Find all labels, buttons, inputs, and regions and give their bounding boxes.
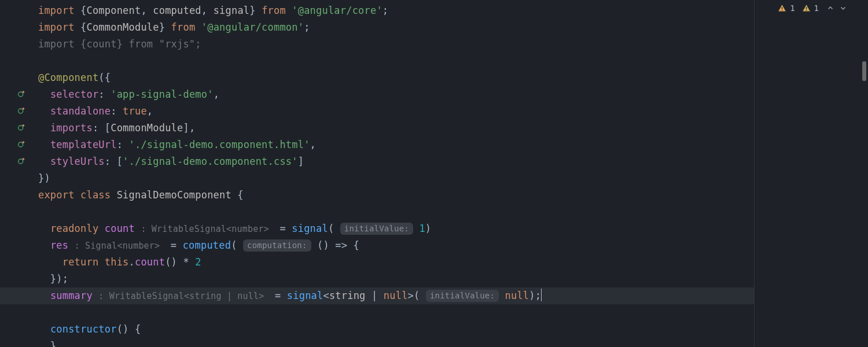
inline-hint: computation: [243,239,311,252]
token: ); [529,290,541,301]
token: import [38,21,80,33]
token: import [38,5,80,16]
svg-rect-8 [806,10,806,10]
code-line[interactable] [38,53,542,69]
token: true [123,105,147,117]
token: return [62,256,105,268]
token: , [214,88,219,100]
token: { [80,5,86,16]
code-line[interactable] [38,304,542,321]
code-line[interactable]: }); [38,271,542,287]
token: CommonModule [111,122,183,134]
svg-rect-6 [782,10,782,10]
token: = [279,223,292,234]
code-line[interactable]: styleUrls: ['./signal-demo.component.css… [38,153,542,170]
token: >( [408,290,426,301]
token [38,223,50,234]
token: : Signal<number> [75,241,171,251]
usage-indicator-icon[interactable] [15,105,28,117]
token: ], [183,122,195,134]
token: styleUrls [50,156,105,167]
token: , [147,105,153,117]
token: ( [231,239,243,251]
code-line[interactable]: import {CommonModule} from '@angular/com… [38,19,542,36]
token: = [275,290,287,301]
usage-indicator-icon[interactable] [15,139,28,150]
token: , [310,139,316,150]
token: : WritableSignal<string | null> [98,291,275,301]
code-line[interactable]: templateUrl: './signal-demo.component.ht… [38,136,542,153]
code-line[interactable]: constructor() { [38,321,542,338]
token: : [117,139,129,150]
token: { [80,21,86,33]
token: constructor [50,323,117,335]
token: computed [183,239,231,251]
code-line[interactable]: readonly count : WritableSignal<number> … [38,220,542,237]
token: CommonModule [86,21,159,33]
code-line[interactable] [38,204,542,220]
svg-rect-7 [806,7,806,9]
token [38,323,50,335]
token [38,290,50,301]
token: './signal-demo.component.css' [123,156,298,167]
code-line[interactable]: } [38,338,542,347]
code-line[interactable]: import {Component, computed, signal} fro… [38,2,542,19]
token: () * [165,256,195,268]
svg-point-4 [19,159,23,164]
svg-point-3 [19,142,23,147]
token [38,122,50,134]
code-line[interactable]: imports: [CommonModule], [38,120,542,136]
previous-highlight-icon[interactable] [826,3,835,13]
token: string [329,290,366,301]
token: null [384,290,408,301]
code-line[interactable]: selector: 'app-signal-demo', [38,86,542,103]
token: import {count} from "rxjs"; [38,38,201,50]
code-content[interactable]: import {Component, computed, signal} fro… [38,2,542,347]
code-line[interactable]: summary : WritableSignal<string | null> … [38,287,542,304]
usage-indicator-icon[interactable] [15,122,28,134]
token: this [105,256,129,268]
token: templateUrl [50,139,117,150]
warning-count-1: 1 [790,3,795,13]
code-line[interactable]: }) [38,170,542,187]
inspection-summary[interactable]: 1 1 [778,3,848,13]
warning-triangle-icon [778,4,786,13]
scrollbar-thumb[interactable] [862,61,866,81]
token: 2 [195,256,201,268]
usage-indicator-icon[interactable] [15,88,28,100]
token: computed [153,5,201,16]
code-line[interactable]: standalone: true, [38,103,542,120]
next-highlight-icon[interactable] [838,3,848,13]
token: readonly [50,223,105,234]
token [38,156,50,167]
token: () => { [311,239,359,251]
code-line[interactable]: @Component({ [38,69,542,86]
code-editor[interactable]: import {Component, computed, signal} fro… [0,0,755,347]
token: () { [117,323,141,335]
token: ] [298,156,304,167]
token: 'app-signal-demo' [111,88,213,100]
svg-rect-5 [782,7,782,9]
usage-indicator-icon[interactable] [15,156,28,167]
token: count [105,223,141,234]
right-rail: 1 1 [755,0,868,347]
token [413,223,419,234]
editor-scrollbar[interactable] [860,20,866,320]
token: : WritableSignal<number> [141,224,279,234]
token: : [ [93,122,111,134]
token: null [505,290,529,301]
token: ({ [98,72,111,83]
token: @Component [38,72,98,83]
token: signal [287,290,323,301]
code-line[interactable]: return this.count() * 2 [38,254,542,271]
token: : [ [105,156,123,167]
token: , [201,5,214,16]
code-line[interactable]: res : Signal<number> = computed( computa… [38,237,542,254]
token: imports [50,122,93,134]
token: from [171,21,201,33]
token: class [80,189,117,201]
token: signal [214,5,250,16]
code-line[interactable]: export class SignalDemoComponent { [38,187,542,204]
code-line[interactable]: import {count} from "rxjs"; [38,36,542,53]
token [38,239,50,251]
